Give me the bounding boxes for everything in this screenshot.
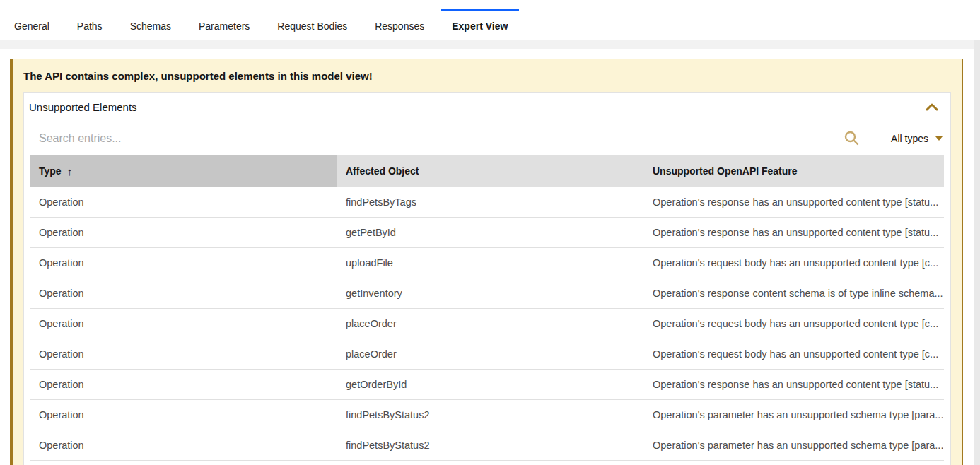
cell-affected-object: placeOrder xyxy=(337,309,644,339)
cell-affected-object: getInventory xyxy=(337,278,644,308)
table-row[interactable]: Operation findPetsByStatus2 Operation's … xyxy=(30,400,944,430)
column-header-affected-object[interactable]: Affected Object xyxy=(337,155,644,187)
cell-affected-object: placeOrder xyxy=(337,339,644,369)
table-header: Type ↑ Affected Object Unsupported OpenA… xyxy=(30,155,944,187)
table-row[interactable]: Operation getInventory Operation's respo… xyxy=(30,278,944,309)
tab-bar: General Paths Schemas Parameters Request… xyxy=(0,0,980,40)
unsupported-elements-table: Type ↑ Affected Object Unsupported OpenA… xyxy=(30,155,944,461)
table-row[interactable]: Operation uploadFile Operation's request… xyxy=(30,248,944,278)
cell-feature: Operation's request body has an unsuppor… xyxy=(644,339,944,369)
cell-feature: Operation's parameter has an unsupported… xyxy=(644,430,944,460)
content-area: The API contains complex, unsupported el… xyxy=(0,59,980,465)
table-row[interactable]: Operation getPetById Operation's respons… xyxy=(30,218,944,248)
unsupported-elements-panel: Unsupported Elements xyxy=(23,92,951,465)
cell-affected-object: findPetsByTags xyxy=(337,187,644,217)
tab-parameters[interactable]: Parameters xyxy=(187,9,261,40)
tab-responses[interactable]: Responses xyxy=(363,9,436,40)
table-row[interactable]: Operation findPetsByStatus2 Operation's … xyxy=(30,430,944,461)
cell-type: Operation xyxy=(30,430,337,460)
table-row[interactable]: Operation findPetsByTags Operation's res… xyxy=(30,187,944,218)
column-header-type[interactable]: Type ↑ xyxy=(30,155,337,187)
search-input-wrapper xyxy=(33,122,875,155)
cell-feature: Operation's response has an unsupported … xyxy=(644,187,944,217)
warning-banner-title: The API contains complex, unsupported el… xyxy=(13,59,962,91)
tab-expert-view[interactable]: Expert View xyxy=(441,9,519,40)
cell-type: Operation xyxy=(30,187,337,217)
cell-type: Operation xyxy=(30,218,337,247)
cell-type: Operation xyxy=(30,309,337,339)
cell-feature: Operation's parameter has an unsupported… xyxy=(644,400,944,430)
cell-feature: Operation's response has an unsupported … xyxy=(644,370,944,399)
cell-affected-object: findPetsByStatus2 xyxy=(337,400,644,430)
tab-general[interactable]: General xyxy=(3,9,61,40)
chevron-up-icon xyxy=(926,101,938,114)
page: General Paths Schemas Parameters Request… xyxy=(0,0,980,465)
cell-feature: Operation's request body has an unsuppor… xyxy=(644,248,944,278)
column-header-type-label: Type xyxy=(39,165,62,177)
cell-affected-object: getOrderById xyxy=(337,370,644,399)
table-body: Operation findPetsByTags Operation's res… xyxy=(30,187,944,461)
tab-schemas[interactable]: Schemas xyxy=(119,9,182,40)
cell-type: Operation xyxy=(30,248,337,278)
search-icon[interactable] xyxy=(844,130,860,149)
search-input[interactable] xyxy=(33,122,875,155)
cell-feature: Operation's response has an unsupported … xyxy=(644,218,944,247)
scrollbar[interactable] xyxy=(974,40,980,465)
cell-type: Operation xyxy=(30,339,337,369)
panel-title: Unsupported Elements xyxy=(29,101,137,113)
table-toolbar: All types xyxy=(24,122,950,155)
page-background-band xyxy=(0,40,980,49)
column-header-unsupported-feature[interactable]: Unsupported OpenAPI Feature xyxy=(644,155,944,187)
caret-down-icon xyxy=(935,136,943,141)
cell-type: Operation xyxy=(30,370,337,399)
table-row[interactable]: Operation placeOrder Operation's request… xyxy=(30,339,944,370)
tab-request-bodies[interactable]: Request Bodies xyxy=(266,9,358,40)
cell-affected-object: uploadFile xyxy=(337,248,644,278)
tab-paths[interactable]: Paths xyxy=(66,9,114,40)
cell-feature: Operation's response content schema is o… xyxy=(644,278,944,308)
collapse-panel-button[interactable] xyxy=(926,101,938,114)
cell-type: Operation xyxy=(30,400,337,430)
warning-banner: The API contains complex, unsupported el… xyxy=(10,59,963,465)
table-row[interactable]: Operation getOrderById Operation's respo… xyxy=(30,370,944,400)
table-row[interactable]: Operation placeOrder Operation's request… xyxy=(30,309,944,339)
sort-ascending-icon: ↑ xyxy=(67,165,73,177)
cell-feature: Operation's request body has an unsuppor… xyxy=(644,309,944,339)
cell-type: Operation xyxy=(30,278,337,308)
type-filter-dropdown[interactable]: All types xyxy=(875,122,943,155)
type-filter-value: All types xyxy=(891,133,928,144)
cell-affected-object: getPetById xyxy=(337,218,644,247)
cell-affected-object: findPetsByStatus2 xyxy=(337,430,644,460)
panel-header: Unsupported Elements xyxy=(24,93,950,122)
